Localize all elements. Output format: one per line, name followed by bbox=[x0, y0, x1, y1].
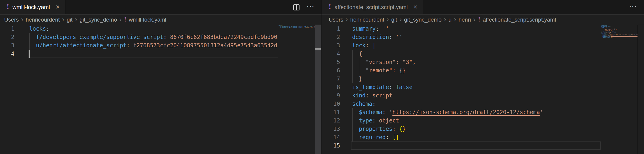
indent-guide bbox=[352, 58, 352, 66]
code-token bbox=[29, 34, 36, 40]
code-token: kind bbox=[352, 92, 366, 99]
chevron-right-icon: › bbox=[384, 15, 391, 23]
code-token: ' bbox=[540, 109, 543, 116]
code-token bbox=[392, 34, 396, 40]
code-token: : bbox=[372, 117, 376, 124]
code-line-content: f/developers_example/supportive_script: … bbox=[29, 33, 278, 41]
code-token bbox=[352, 109, 359, 116]
breadcrumb-file[interactable]: wmill-lock.yaml bbox=[129, 16, 166, 23]
chevron-right-icon: › bbox=[72, 15, 80, 23]
code-line: 5 "version": "3", bbox=[322, 58, 601, 66]
indent-guide bbox=[352, 125, 352, 133]
chevron-right-icon: › bbox=[471, 15, 478, 23]
code-line-content: { bbox=[352, 50, 601, 58]
chevron-right-icon: › bbox=[19, 15, 26, 23]
line-number: 4 bbox=[0, 50, 29, 58]
code-line-content: "remote": {} bbox=[352, 66, 601, 75]
tab-wmill-lock[interactable]: ! wmill-lock.yaml ✕ bbox=[0, 0, 66, 14]
code-token: : bbox=[392, 126, 396, 132]
code-token bbox=[396, 126, 399, 132]
yaml-warning-icon: ! bbox=[478, 17, 480, 22]
breadcrumb-item[interactable]: henricourdent bbox=[350, 16, 384, 23]
minimap[interactable]: locks: f/developers_example/supportive_s… bbox=[278, 24, 315, 154]
breadcrumb-item[interactable]: Users bbox=[329, 16, 343, 23]
breadcrumb-file[interactable]: affectionate_script.script.yaml bbox=[483, 16, 556, 23]
code-line-content: is_template: false bbox=[352, 83, 601, 92]
close-icon[interactable]: ✕ bbox=[414, 4, 418, 10]
code-token: : bbox=[382, 109, 386, 116]
code-token: object bbox=[379, 117, 399, 124]
code-token: [] bbox=[611, 37, 612, 38]
code-line: 2 f/developers_example/supportive_script… bbox=[0, 33, 278, 41]
code-line-content: "version": "3", bbox=[352, 58, 601, 66]
code-line-content: summary: '' bbox=[352, 24, 601, 33]
indent-guide bbox=[359, 58, 359, 66]
scrollbar[interactable] bbox=[315, 24, 321, 154]
breadcrumb-item[interactable]: git_sync_demo bbox=[404, 16, 442, 23]
line-number: 7 bbox=[322, 75, 352, 83]
breadcrumb-item[interactable]: git bbox=[66, 16, 72, 23]
code-token: : bbox=[163, 34, 166, 40]
code-token: : bbox=[46, 26, 49, 32]
breadcrumb-item[interactable]: henricourdent bbox=[26, 16, 60, 23]
code-token: : bbox=[389, 34, 392, 40]
code-line: 4 { bbox=[322, 50, 601, 58]
tab-affectionate-script[interactable]: ! affectionate_script.script.yaml ✕ bbox=[322, 0, 424, 14]
split-editor-icon[interactable] bbox=[293, 4, 300, 10]
line-number: 1 bbox=[0, 24, 29, 33]
minimap-line: u/henri/affectionate_script: f2768573cfc… bbox=[278, 27, 315, 28]
code-token: | bbox=[606, 26, 607, 28]
code-line: 2description: '' bbox=[322, 33, 601, 41]
indent-guide bbox=[352, 116, 352, 125]
code-token: https://json-schema.org/draft/2020-12/sc… bbox=[392, 109, 540, 116]
code-editor[interactable]: 1locks:2 f/developers_example/supportive… bbox=[0, 24, 278, 58]
code-token bbox=[376, 117, 379, 124]
code-token: : bbox=[376, 26, 379, 32]
code-token bbox=[166, 34, 170, 40]
code-line-content: properties: {} bbox=[352, 125, 601, 133]
current-line-highlight bbox=[28, 50, 278, 58]
code-line: 3 u/henri/affectionate_script: f2768573c… bbox=[0, 41, 278, 50]
line-number: 13 bbox=[322, 125, 352, 133]
code-token: u/henri/affectionate_script bbox=[36, 42, 126, 49]
code-line: 13 properties: {} bbox=[322, 125, 601, 133]
code-token: false bbox=[396, 84, 412, 90]
minimap[interactable]: summary: ''description: ''lock: | { "ver… bbox=[601, 24, 638, 154]
code-line: 14 required: [] bbox=[322, 133, 601, 142]
line-number: 15 bbox=[322, 142, 352, 150]
tab-bar: ! affectionate_script.script.yaml ✕ ⋯ bbox=[322, 0, 644, 15]
code-token: {} bbox=[613, 36, 614, 37]
code-token: : bbox=[126, 42, 130, 49]
code-line-content bbox=[352, 142, 601, 150]
code-line-content bbox=[29, 50, 278, 58]
indent-guide bbox=[29, 33, 30, 41]
code-token bbox=[29, 42, 36, 49]
scrollbar[interactable] bbox=[638, 24, 644, 154]
breadcrumb-item[interactable]: git bbox=[391, 16, 397, 23]
code-token bbox=[386, 109, 389, 116]
code-line: 6 "remote": {} bbox=[322, 66, 601, 75]
indent-guide bbox=[29, 41, 30, 50]
code-editor[interactable]: 1summary: ''2description: ''3lock: |4 {5… bbox=[322, 24, 601, 150]
code-line: 11 $schema: 'https://json-schema.org/dra… bbox=[322, 108, 601, 116]
code-token: '' bbox=[612, 26, 614, 27]
breadcrumb-item[interactable]: u bbox=[448, 16, 452, 23]
indent-guide bbox=[352, 50, 352, 58]
breadcrumb-item[interactable]: Users bbox=[4, 16, 19, 23]
line-number: 4 bbox=[322, 50, 352, 58]
tab-title: wmill-lock.yaml bbox=[12, 4, 50, 10]
code-token: : bbox=[389, 84, 392, 90]
code-token: required bbox=[602, 37, 609, 38]
editor-actions: ⋯ bbox=[293, 0, 322, 14]
breadcrumb: Users›henricourdent›git›git_sync_demo›u›… bbox=[322, 15, 644, 24]
chevron-right-icon: › bbox=[442, 15, 448, 23]
indent-guide bbox=[352, 66, 352, 75]
breadcrumb-item[interactable]: henri bbox=[459, 16, 471, 23]
code-token: $schema bbox=[359, 109, 382, 116]
breadcrumb-item[interactable]: git_sync_demo bbox=[80, 16, 117, 23]
indent-guide bbox=[352, 75, 352, 83]
code-token: script bbox=[372, 92, 392, 99]
code-token bbox=[379, 26, 382, 32]
close-icon[interactable]: ✕ bbox=[56, 4, 60, 10]
code-line: 15 bbox=[322, 142, 601, 150]
